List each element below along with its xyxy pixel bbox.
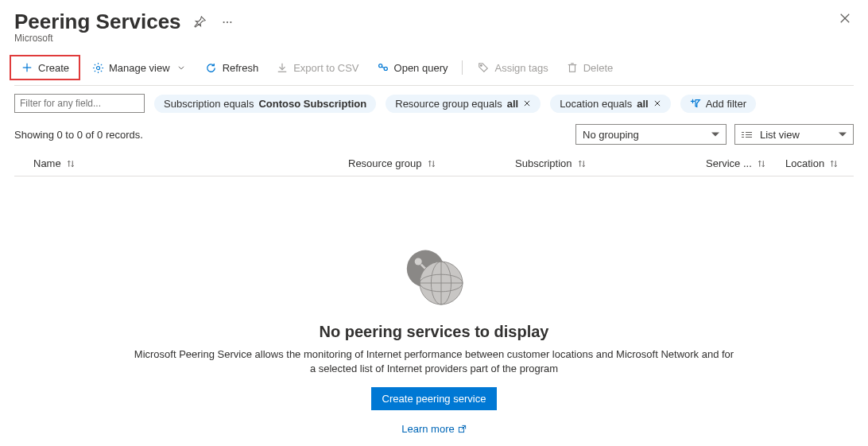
svg-point-11 — [384, 67, 387, 70]
filter-location-pill[interactable]: Location equals all — [550, 95, 671, 113]
add-filter-label: Add filter — [706, 98, 746, 110]
add-filter-button[interactable]: Add filter — [680, 95, 756, 113]
svg-point-2 — [230, 21, 231, 22]
pin-icon[interactable] — [191, 13, 209, 31]
toolbar-divider — [462, 60, 463, 75]
column-name-label: Name — [33, 157, 61, 169]
tag-icon — [477, 61, 490, 74]
manage-view-label: Manage view — [109, 62, 170, 74]
learn-more-label: Learn more — [401, 423, 454, 435]
svg-rect-14 — [569, 65, 575, 72]
filter-subscription-pill[interactable]: Subscription equals Contoso Subscription — [154, 95, 376, 113]
sort-icon — [66, 159, 76, 169]
table-header: Name Resource group Subscription Service… — [14, 151, 854, 176]
svg-line-12 — [382, 67, 384, 68]
page-title: Peering Services — [14, 10, 181, 34]
refresh-label: Refresh — [223, 62, 259, 74]
column-subscription-label: Subscription — [515, 157, 572, 169]
column-location-label: Location — [785, 157, 824, 169]
external-link-icon — [458, 425, 467, 433]
assign-tags-label: Assign tags — [494, 62, 548, 74]
filter-resource-group-label: Resource group equals — [395, 98, 502, 110]
page-subtitle: Microsoft — [14, 33, 854, 44]
empty-state: No peering services to display Microsoft… — [14, 176, 854, 435]
empty-title: No peering services to display — [320, 323, 549, 341]
close-icon[interactable] — [653, 99, 661, 107]
filter-subscription-value: Contoso Subscription — [258, 98, 366, 110]
column-service-provider-label: Service ... — [706, 157, 752, 169]
column-resource-group[interactable]: Resource group — [348, 157, 515, 169]
svg-point-10 — [379, 64, 382, 67]
export-csv-label: Export to CSV — [293, 62, 358, 74]
open-query-button[interactable]: Open query — [370, 58, 455, 77]
assign-tags-button[interactable]: Assign tags — [471, 58, 554, 77]
sort-icon — [427, 159, 436, 169]
column-subscription[interactable]: Subscription — [515, 157, 706, 169]
learn-more-link[interactable]: Learn more — [401, 423, 466, 435]
globe-icon — [398, 240, 470, 312]
trash-icon — [566, 61, 579, 74]
delete-button[interactable]: Delete — [560, 58, 620, 77]
svg-point-0 — [223, 21, 224, 22]
manage-view-button[interactable]: Manage view — [85, 58, 194, 77]
records-count-text: Showing 0 to 0 of 0 records. — [14, 129, 143, 141]
add-filter-icon — [690, 98, 701, 109]
create-label: Create — [38, 62, 69, 74]
query-icon — [377, 61, 389, 74]
svg-point-7 — [96, 66, 99, 69]
chevron-down-icon — [175, 61, 188, 74]
list-view-icon — [742, 132, 752, 138]
filter-subscription-label: Subscription equals — [164, 98, 254, 110]
export-csv-button[interactable]: Export to CSV — [269, 58, 365, 77]
refresh-button[interactable]: Refresh — [199, 58, 265, 77]
view-mode-value: List view — [760, 129, 800, 141]
column-location[interactable]: Location — [785, 157, 854, 169]
column-resource-group-label: Resource group — [348, 157, 422, 169]
open-query-label: Open query — [394, 62, 448, 74]
delete-label: Delete — [583, 62, 614, 74]
view-mode-select[interactable]: List view — [734, 124, 854, 145]
sort-icon — [829, 159, 839, 169]
gear-icon — [91, 61, 104, 74]
refresh-icon — [205, 61, 218, 74]
sort-icon — [757, 159, 766, 169]
plus-icon — [21, 61, 33, 74]
grouping-value: No grouping — [583, 129, 639, 141]
filter-row: Subscription equals Contoso Subscription… — [14, 86, 854, 119]
filter-resource-group-pill[interactable]: Resource group equals all — [386, 95, 541, 113]
filter-location-value: all — [637, 98, 648, 110]
download-icon — [276, 61, 289, 74]
filter-location-label: Location equals — [560, 98, 632, 110]
svg-point-13 — [481, 65, 482, 67]
column-service-provider[interactable]: Service ... — [706, 157, 785, 169]
filter-resource-group-value: all — [507, 98, 518, 110]
create-button[interactable]: Create — [14, 58, 76, 77]
close-icon[interactable] — [836, 10, 854, 27]
more-icon[interactable] — [219, 14, 236, 31]
filter-input[interactable] — [14, 94, 145, 113]
sort-icon — [577, 159, 587, 169]
close-icon[interactable] — [523, 99, 531, 107]
toolbar: Create Manage view Refresh Export to CSV — [14, 52, 854, 86]
svg-point-1 — [227, 21, 228, 22]
grouping-select[interactable]: No grouping — [575, 124, 727, 145]
create-peering-service-button[interactable]: Create peering service — [371, 387, 498, 410]
svg-point-34 — [415, 258, 422, 266]
empty-description: Microsoft Peering Service allows the mon… — [132, 347, 736, 376]
column-name[interactable]: Name — [14, 157, 348, 169]
